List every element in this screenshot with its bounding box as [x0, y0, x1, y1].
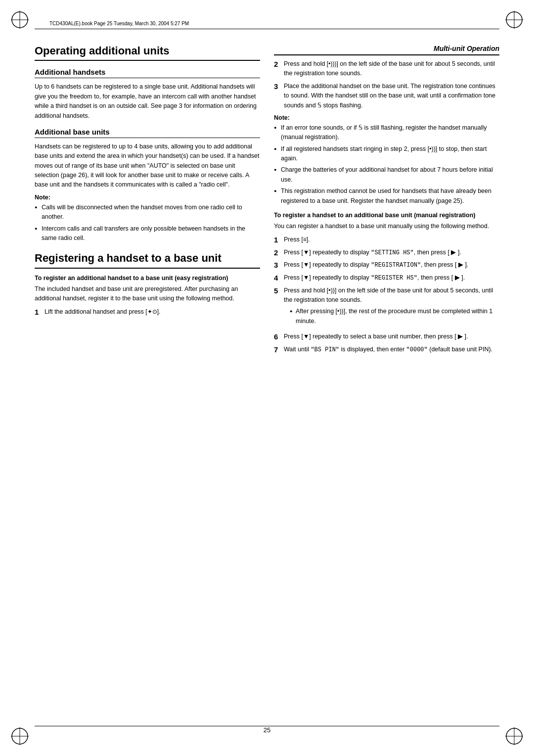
- step-number-2: 2: [274, 59, 281, 79]
- step-easy-3: 3 Place the additional handset on the ba…: [274, 82, 499, 110]
- easy-reg-steps: 1 Lift the additional handset and press …: [35, 307, 260, 317]
- step-content-2: Press and hold [•)))] on the left side o…: [284, 59, 499, 79]
- step-m-number-3: 3: [274, 260, 281, 270]
- main-title-registering: Registering a handset to a base unit: [35, 252, 260, 268]
- step-manual-4: 4 Press [▼] repeatedly to display "REGIS…: [274, 273, 499, 283]
- step-content-1: Lift the additional handset and press [✦…: [44, 307, 260, 317]
- note-right-bullet-1: If an error tone sounds, or if 𝕊 is stil…: [274, 123, 499, 142]
- step-m-content-5: Press and hold [•))] on the left side of…: [284, 286, 499, 330]
- corner-mark-br: [504, 726, 524, 746]
- note-bullet-1: Calls will be disconnected when the hand…: [35, 203, 260, 222]
- step-m-number-6: 6: [274, 332, 281, 342]
- note-label-base-units: Note:: [35, 194, 260, 201]
- bold-heading-easy-reg: To register an additional handset to a b…: [35, 275, 260, 282]
- corner-mark-tr: [504, 10, 524, 30]
- left-column: Operating additional units Additional ha…: [35, 40, 260, 716]
- step-content-3: Place the additional handset on the base…: [284, 82, 499, 110]
- note-bullet-2: Intercom calls and call transfers are on…: [35, 224, 260, 243]
- step-m-content-7: Wait until "BS PIN" is displayed, then e…: [284, 345, 499, 355]
- step-manual-1: 1 Press [≡].: [274, 235, 499, 245]
- step-m-number-5: 5: [274, 286, 281, 330]
- section-header-multiunit: Multi-unit Operation: [274, 45, 499, 55]
- note-bullets-base-units: Calls will be disconnected when the hand…: [35, 203, 260, 243]
- note-label-right: Note:: [274, 114, 499, 121]
- step-m-number-7: 7: [274, 345, 281, 355]
- step-manual-3: 3 Press [▼] repeatedly to display "REGIS…: [274, 260, 499, 270]
- header-line: [35, 29, 499, 29]
- step-easy-1: 1 Lift the additional handset and press …: [35, 307, 260, 317]
- step-m-content-3: Press [▼] repeatedly to display "REGISTR…: [284, 260, 499, 270]
- step-number-1: 1: [35, 307, 42, 317]
- note-right-bullet-3: Charge the batteries of your additional …: [274, 165, 499, 185]
- step-5-sub-bullets: After pressing [•))], the rest of the pr…: [284, 307, 499, 326]
- step-manual-6: 6 Press [▼] repeatedly to select a base …: [274, 332, 499, 342]
- step-manual-7: 7 Wait until "BS PIN" is displayed, then…: [274, 345, 499, 355]
- additional-base-units-body: Handsets can be registered to up to 4 ba…: [35, 142, 260, 190]
- easy-reg-intro: The included handset and base unit are p…: [35, 284, 260, 304]
- step-m-number-1: 1: [274, 235, 281, 245]
- step-number-3: 3: [274, 82, 281, 110]
- note-right-bullet-2: If all registered handsets start ringing…: [274, 144, 499, 164]
- step-m-content-6: Press [▼] repeatedly to select a base un…: [284, 332, 499, 342]
- bold-heading-manual-reg: To register a handset to an additional b…: [274, 212, 499, 219]
- step-m-content-4: Press [▼] repeatedly to display "REGISTE…: [284, 273, 499, 283]
- step-easy-2: 2 Press and hold [•)))] on the left side…: [274, 59, 499, 79]
- sub-title-additional-base-units: Additional base units: [35, 128, 260, 138]
- corner-mark-bl: [10, 726, 30, 746]
- step-m-number-4: 4: [274, 273, 281, 283]
- note-bullets-right: If an error tone sounds, or if 𝕊 is stil…: [274, 123, 499, 206]
- step-m-number-2: 2: [274, 248, 281, 258]
- step-5-sub-bullet-1: After pressing [•))], the rest of the pr…: [290, 307, 499, 326]
- step-manual-5: 5 Press and hold [•))] on the left side …: [274, 286, 499, 330]
- main-title-operating: Operating additional units: [35, 45, 260, 61]
- header-meta: TCD430AL(E).book Page 25 Tuesday, March …: [49, 21, 189, 26]
- manual-reg-intro: You can register a handset to a base uni…: [274, 222, 499, 231]
- page-number: 25: [264, 726, 270, 734]
- step-manual-2: 2 Press [▼] repeatedly to display "SETTI…: [274, 248, 499, 258]
- additional-handsets-body: Up to 6 handsets can be registered to a …: [35, 82, 260, 121]
- manual-reg-steps: 1 Press [≡]. 2 Press [▼] repeatedly to d…: [274, 235, 499, 354]
- corner-mark-tl: [10, 10, 30, 30]
- note-right-bullet-4: This registration method cannot be used …: [274, 187, 499, 206]
- step-m-content-1: Press [≡].: [284, 235, 499, 245]
- content-area: Operating additional units Additional ha…: [35, 40, 499, 716]
- step-m-content-2: Press [▼] repeatedly to display "SETTING…: [284, 248, 499, 258]
- phone-symbol: [✦⊙]: [145, 308, 159, 315]
- easy-reg-steps-cont: 2 Press and hold [•)))] on the left side…: [274, 59, 499, 110]
- sub-title-additional-handsets: Additional handsets: [35, 68, 260, 78]
- right-column: Multi-unit Operation 2 Press and hold [•…: [274, 40, 499, 716]
